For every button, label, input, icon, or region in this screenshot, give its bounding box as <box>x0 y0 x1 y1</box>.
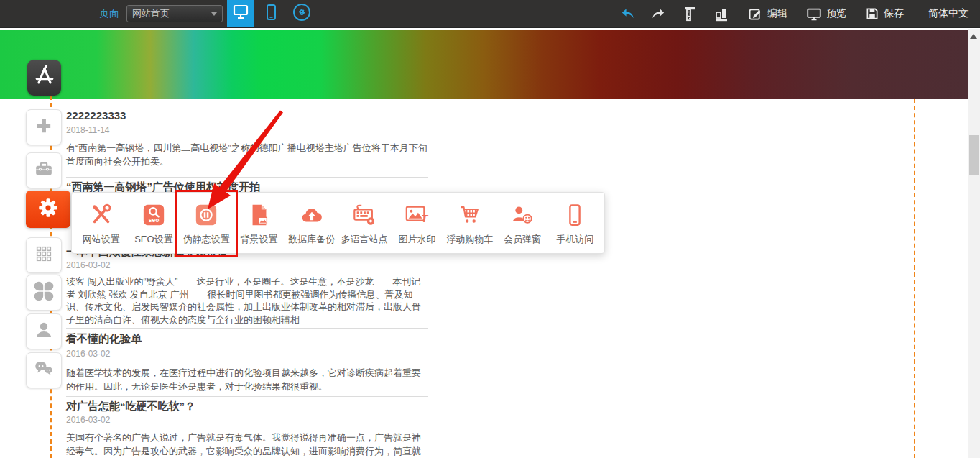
article-divider <box>66 177 428 178</box>
language-button[interactable]: 简体中文 <box>928 7 969 20</box>
article-title[interactable]: 看不懂的化验单 <box>66 331 429 345</box>
menu-item-member-popup[interactable]: 会员弹窗 <box>496 193 548 253</box>
menu-item-label: 背景设置 <box>241 234 278 244</box>
menu-item-floating-cart[interactable]: 浮动购物车 <box>443 193 496 253</box>
undo-button[interactable] <box>620 6 635 21</box>
preview-monitor-icon <box>806 6 822 22</box>
menu-item-image-watermark[interactable]: T 图片水印 <box>391 193 443 253</box>
app-store-icon <box>32 63 57 93</box>
keyboard-language-icon <box>352 203 376 230</box>
background-page-icon <box>247 203 272 230</box>
top-toolbar: 页面 网站首页 <box>0 0 980 28</box>
page-select-value: 网站首页 <box>132 7 170 20</box>
stats-button[interactable] <box>713 6 729 22</box>
cart-icon <box>458 203 482 230</box>
member-popup-icon <box>510 203 535 230</box>
svg-text:seo: seo <box>149 216 160 224</box>
header-banner <box>0 30 968 99</box>
menu-item-label: SEO设置 <box>134 234 172 244</box>
mobile-access-icon <box>563 203 587 230</box>
sidebar-item-grid[interactable] <box>26 237 62 273</box>
article: 看不懂的化验单 2016-03-02 随着医学技术的发展，在医疗过程中进行的化验… <box>66 331 429 393</box>
edit-button[interactable]: 编辑 <box>748 6 787 22</box>
person-icon <box>33 319 55 344</box>
scrollbar-up-arrow[interactable] <box>970 34 977 39</box>
chat-bubbles-icon <box>33 358 55 383</box>
article-title[interactable]: 对广告怎能“吃硬不吃软”？ <box>66 400 429 413</box>
save-floppy-icon <box>865 6 879 21</box>
sidebar-item-add[interactable] <box>26 109 62 145</box>
svg-text:T: T <box>422 213 429 224</box>
article-body: 读客 闯入出版业的“野蛮人” 这是行业，不是圈子。这是生意，不是沙龙 本刊记者 … <box>66 275 429 326</box>
menu-item-seo-settings[interactable]: seo SEO设置 <box>127 193 180 253</box>
desktop-view-button[interactable] <box>227 0 254 27</box>
settings-popup: 网站设置 seo SEO设置 伪静态设置 背景设置 数据库备份 <box>71 192 605 254</box>
menu-item-multilanguage-site[interactable]: 多语言站点 <box>338 193 390 253</box>
save-button[interactable]: 保存 <box>865 6 904 21</box>
save-label: 保存 <box>884 7 904 20</box>
menu-item-label: 会员弹窗 <box>504 234 541 244</box>
article-title[interactable]: 2222223333 <box>66 109 429 122</box>
toolbar-right-group: 编辑 预览 保存 简体中文 <box>604 6 980 22</box>
pseudo-static-icon <box>194 203 218 230</box>
article-divider <box>66 328 428 329</box>
edit-pencil-icon <box>748 6 763 22</box>
image-watermark-icon: T <box>405 203 429 230</box>
article: 一本中国颠覆性杂志新闻专题报道 2016-03-02 读客 闯入出版业的“野蛮人… <box>66 244 429 326</box>
menu-item-label: 多语言站点 <box>341 234 388 244</box>
tools-icon <box>89 203 114 230</box>
sidebar-item-modules[interactable] <box>26 275 62 311</box>
article-body: 美国有个著名的广告人说过，广告就是有毒气体。我觉得说得再准确一点，广告就是神经毒… <box>66 431 429 458</box>
mobile-view-button[interactable] <box>259 0 283 27</box>
editor-stage: 页面 网站首页 <box>0 0 980 458</box>
menu-item-label: 手机访问 <box>556 234 593 244</box>
article-divider <box>66 396 428 397</box>
article-date: 2018-11-14 <box>66 125 429 135</box>
redo-button[interactable] <box>651 6 666 21</box>
scrollbar-track[interactable] <box>968 29 980 458</box>
link-icon <box>292 3 311 24</box>
menu-item-database-backup[interactable]: 数据库备份 <box>285 193 338 253</box>
page-select[interactable]: 网站首页 <box>126 5 223 22</box>
menu-item-label: 图片水印 <box>398 234 435 244</box>
article-date: 2016-03-02 <box>66 349 429 359</box>
sidebar-item-message[interactable] <box>26 352 62 388</box>
menu-item-site-settings[interactable]: 网站设置 <box>75 193 127 253</box>
phone-icon <box>263 4 279 24</box>
edit-label: 编辑 <box>767 7 787 20</box>
menu-item-label: 浮动购物车 <box>446 234 493 244</box>
toolbox-icon <box>33 158 55 183</box>
gear-icon <box>36 196 60 223</box>
monitor-icon <box>232 4 249 24</box>
article: 对广告怎能“吃硬不吃软”？ 2016-03-02 美国有个著名的广告人说过，广告… <box>66 400 429 458</box>
chevron-down-icon <box>211 12 217 16</box>
sidebar-item-settings[interactable] <box>26 191 70 228</box>
sidebar-item-member[interactable] <box>26 313 62 349</box>
menu-item-mobile-access[interactable]: 手机访问 <box>549 193 601 253</box>
article-date: 2016-03-02 <box>66 415 429 425</box>
menu-item-label: 网站设置 <box>83 234 120 244</box>
preview-label: 预览 <box>826 7 846 20</box>
menu-item-label: 数据库备份 <box>288 234 335 244</box>
sidebar-item-app-logo[interactable] <box>27 60 61 96</box>
article-body: 随着医学技术的发展，在医疗过程中进行的化验项目越来越多，它对诊断疾病起着重要的作… <box>66 367 429 393</box>
article-date: 2016-03-02 <box>66 260 429 270</box>
seo-icon: seo <box>142 203 166 230</box>
menu-item-background-settings[interactable]: 背景设置 <box>233 193 285 253</box>
preview-button[interactable]: 预览 <box>806 6 846 22</box>
article-body: 有“西南第一高钢塔，四川第二高电视塔”之称的德阳广播电视塔主塔广告位将于本月下旬… <box>66 142 429 168</box>
article: 2222223333 2018-11-14 有“西南第一高钢塔，四川第二高电视塔… <box>66 109 429 168</box>
guide-line-right <box>914 99 915 458</box>
module-left-border <box>63 248 63 458</box>
grid-icon <box>34 244 54 267</box>
sidebar-item-toolbox[interactable] <box>26 152 62 188</box>
scrollbar-thumb[interactable] <box>969 135 979 175</box>
cloud-backup-icon <box>300 203 324 230</box>
plus-icon <box>33 115 55 139</box>
menu-item-label: 伪静态设置 <box>183 234 230 244</box>
link-button[interactable] <box>289 0 315 27</box>
page-label: 页面 <box>99 7 119 20</box>
ruler-button[interactable] <box>682 6 698 22</box>
clover-icon <box>33 280 55 305</box>
menu-item-pseudo-static-settings[interactable]: 伪静态设置 <box>180 193 233 253</box>
